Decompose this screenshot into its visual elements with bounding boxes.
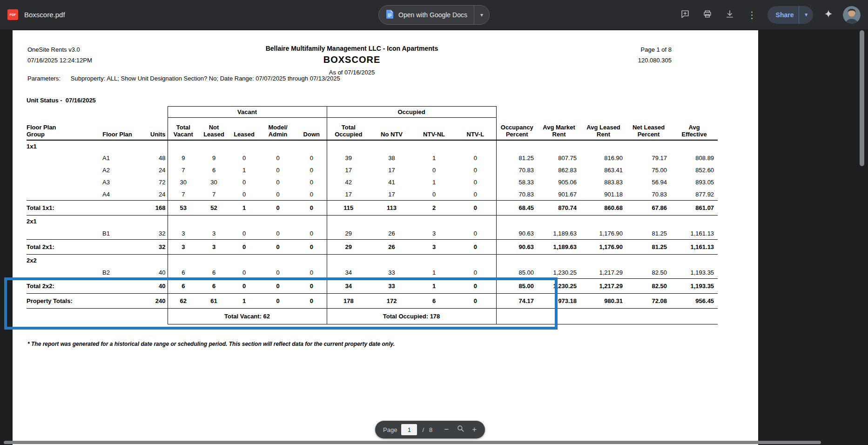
table-cell: 1,217.29 bbox=[580, 267, 626, 279]
vacant-section-header: Vacant bbox=[168, 107, 327, 118]
table-cell: 973.18 bbox=[538, 294, 580, 309]
table-cell: 1,161.13 bbox=[671, 240, 718, 255]
table-cell: Total 2x2: bbox=[27, 279, 99, 294]
zoom-in-button[interactable]: + bbox=[467, 423, 481, 437]
table-cell: 70.83 bbox=[626, 189, 671, 201]
column-header: Floor Plan bbox=[99, 118, 136, 140]
column-header: NTV-NL bbox=[413, 118, 455, 140]
data-row: A372303000042411058.33905.06883.8356.948… bbox=[27, 176, 718, 189]
data-row: B2406600034331085.001,230.251,217.2982.5… bbox=[27, 267, 718, 279]
table-cell: 3 bbox=[413, 228, 455, 240]
share-label[interactable]: Share bbox=[767, 6, 799, 24]
add-comment-button[interactable] bbox=[675, 5, 695, 25]
zoom-out-button[interactable]: − bbox=[439, 423, 453, 437]
unit-status-heading: Unit Status - 07/16/2025 bbox=[27, 97, 96, 104]
open-with-main[interactable]: Open with Google Docs bbox=[379, 6, 474, 24]
table-cell: 56.94 bbox=[626, 176, 671, 189]
table-cell: 808.89 bbox=[671, 152, 718, 164]
table-cell: 1x1 bbox=[27, 140, 168, 152]
table-cell: 1 bbox=[229, 294, 259, 309]
table-cell: 0 bbox=[455, 228, 496, 240]
table-cell: 1 bbox=[229, 164, 259, 176]
table-cell: 81.25 bbox=[626, 228, 671, 240]
parameters-label: Parameters: bbox=[27, 75, 61, 82]
document-canvas[interactable]: OneSite Rents v3.0 07/16/2025 12:24:12PM… bbox=[0, 29, 868, 445]
table-cell: 0 bbox=[455, 279, 496, 294]
table-cell: 58.33 bbox=[496, 176, 538, 189]
table-cell: 3 bbox=[413, 240, 455, 255]
table-cell: 115 bbox=[327, 201, 370, 216]
table-cell: 6 bbox=[199, 164, 229, 176]
table-cell: 0 bbox=[229, 240, 259, 255]
table-cell: 17 bbox=[370, 164, 413, 176]
table-cell: 0 bbox=[259, 164, 296, 176]
table-cell: 82.50 bbox=[626, 279, 671, 294]
table-cell: 0 bbox=[296, 176, 327, 189]
boxscore-table: Vacant Occupied Floor PlanGroupFloor Pla… bbox=[27, 106, 718, 324]
table-cell: 70.83 bbox=[496, 164, 538, 176]
table-cell bbox=[99, 240, 136, 255]
pdf-file-icon: PDF bbox=[7, 9, 18, 20]
account-avatar[interactable] bbox=[843, 6, 861, 24]
table-cell: 862.83 bbox=[538, 164, 580, 176]
table-cell: 0 bbox=[455, 152, 496, 164]
property-title: Bellaire Multifamily Management LLC - Ic… bbox=[13, 45, 691, 52]
table-cell: 2x1 bbox=[27, 216, 168, 228]
table-cell: 0 bbox=[259, 240, 296, 255]
page-number-input[interactable] bbox=[401, 424, 417, 435]
table-cell: 0 bbox=[229, 189, 259, 201]
table-cell: 0 bbox=[229, 152, 259, 164]
table-cell bbox=[327, 140, 496, 152]
more-options-button[interactable]: ⋮ bbox=[742, 5, 762, 25]
gemini-button[interactable] bbox=[819, 5, 838, 25]
column-header: NTV-L bbox=[455, 118, 496, 140]
data-row: A1489900039381081.25807.75816.9079.17808… bbox=[27, 152, 718, 164]
table-cell: 0 bbox=[259, 279, 296, 294]
total-row: Total 1x1:16853521001151132068.45870.748… bbox=[27, 201, 718, 216]
vertical-scrollbar-thumb[interactable] bbox=[860, 30, 864, 166]
table-cell: 893.05 bbox=[671, 176, 718, 189]
empty-cell bbox=[496, 309, 718, 324]
table-cell: 1,161.13 bbox=[671, 228, 718, 240]
share-dropdown-caret[interactable]: ▾ bbox=[799, 6, 813, 24]
horizontal-scrollbar-thumb[interactable] bbox=[4, 441, 821, 444]
filename: Boxscore.pdf bbox=[24, 11, 65, 19]
table-cell: 883.83 bbox=[580, 176, 626, 189]
column-header: Model/Admin bbox=[259, 118, 296, 140]
table-cell: 75.00 bbox=[626, 164, 671, 176]
table-cell: 1,193.35 bbox=[671, 279, 718, 294]
total-row: Total 2x1:323300029263090.631,189.631,17… bbox=[27, 240, 718, 255]
open-with-dropdown-caret[interactable]: ▾ bbox=[474, 6, 489, 24]
table-cell: 7 bbox=[168, 164, 199, 176]
table-cell: 0 bbox=[413, 164, 455, 176]
share-button[interactable]: Share ▾ bbox=[767, 6, 813, 24]
table-cell: 7 bbox=[168, 189, 199, 201]
table-cell: 863.41 bbox=[580, 164, 626, 176]
download-button[interactable] bbox=[720, 5, 740, 25]
table-cell: 42 bbox=[327, 176, 370, 189]
zoom-button[interactable] bbox=[453, 423, 467, 437]
table-cell: 1 bbox=[413, 267, 455, 279]
column-header: Floor PlanGroup bbox=[27, 118, 99, 140]
print-button[interactable] bbox=[698, 5, 717, 25]
more-vertical-icon: ⋮ bbox=[747, 10, 757, 20]
table-cell: 85.00 bbox=[496, 267, 538, 279]
table-cell bbox=[27, 164, 99, 176]
table-cell: B1 bbox=[99, 228, 136, 240]
table-cell: 48 bbox=[136, 152, 168, 164]
table-cell: 33 bbox=[370, 279, 413, 294]
table-cell bbox=[496, 255, 718, 267]
table-cell: 9 bbox=[168, 152, 199, 164]
open-with-google-docs-button[interactable]: Open with Google Docs ▾ bbox=[378, 5, 490, 25]
table-cell: 2 bbox=[413, 201, 455, 216]
table-cell: 6 bbox=[199, 279, 229, 294]
table-cell: 7 bbox=[199, 189, 229, 201]
download-icon bbox=[725, 9, 735, 21]
print-icon bbox=[702, 9, 713, 21]
table-cell: 0 bbox=[259, 189, 296, 201]
table-cell: 113 bbox=[370, 201, 413, 216]
table-cell: 1 bbox=[229, 201, 259, 216]
group-row: 1x1 bbox=[27, 140, 718, 152]
table-cell: 807.75 bbox=[538, 152, 580, 164]
table-cell: 168 bbox=[136, 201, 168, 216]
